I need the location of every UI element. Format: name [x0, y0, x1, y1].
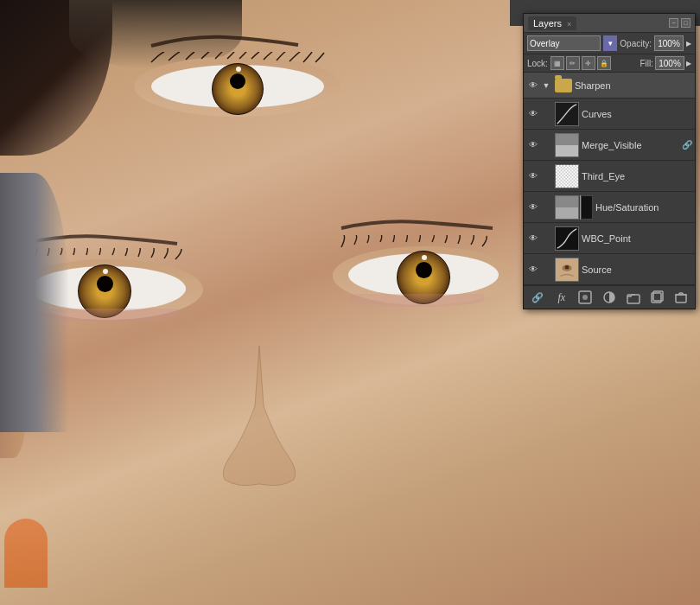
- lock-icons-group: ▦ ✏ ✛ 🔒: [550, 56, 611, 70]
- lock-transparent-button[interactable]: ▦: [550, 56, 564, 70]
- layer-source[interactable]: 👁 Source: [524, 254, 695, 285]
- panel-titlebar: Layers × − □: [524, 14, 695, 33]
- layers-panel: Layers × − □ Overlay ▼ Opacity: 100% ▶ L…: [523, 13, 696, 309]
- adjustment-button[interactable]: [601, 289, 618, 306]
- fill-section: Fill: 100% ▶: [640, 56, 691, 70]
- fill-input[interactable]: 100%: [655, 56, 684, 70]
- delete-layer-button[interactable]: [672, 289, 690, 306]
- fx-button[interactable]: fx: [553, 289, 570, 306]
- visibility-merge[interactable]: 👁: [526, 138, 540, 152]
- expand-curves[interactable]: [540, 108, 552, 120]
- layer-hue-saturation[interactable]: 👁 Hue/Saturation: [524, 192, 695, 223]
- svg-rect-7: [556, 165, 578, 188]
- visibility-wbc[interactable]: 👁: [526, 232, 540, 245]
- window-controls: − □: [669, 18, 690, 28]
- link-button[interactable]: 🔗: [529, 289, 546, 306]
- layer-merge-visible[interactable]: 👁 Merge_Visible 🔗: [524, 130, 695, 161]
- folder-icon-sharpen: [555, 79, 572, 92]
- layer-name-merge-visible: Merge_Visible: [582, 140, 680, 150]
- thumb-wbc-point: [555, 226, 579, 251]
- svg-rect-8: [556, 196, 578, 207]
- group-button[interactable]: [625, 289, 642, 306]
- svg-rect-21: [676, 295, 686, 302]
- tab-close-icon[interactable]: ×: [567, 20, 571, 29]
- layer-name-sharpen: Sharpen: [575, 80, 692, 91]
- lock-fill-toolbar: Lock: ▦ ✏ ✛ 🔒 Fill: 100% ▶: [524, 54, 695, 73]
- blend-mode-select[interactable]: Overlay: [527, 35, 601, 51]
- svg-point-14: [565, 264, 570, 269]
- thumb-merge-visible: [555, 133, 579, 157]
- layer-name-curves: Curves: [582, 109, 692, 119]
- svg-rect-2: [556, 134, 578, 145]
- layer-list: 👁 ▼ Sharpen 👁 Curves 👁: [524, 73, 695, 285]
- expand-source[interactable]: [540, 264, 552, 276]
- expand-sharpen[interactable]: ▼: [540, 80, 552, 92]
- thumb-hue-sat-left: [555, 195, 579, 220]
- lock-position-button[interactable]: ✛: [582, 56, 595, 70]
- layer-sharpen[interactable]: 👁 ▼ Sharpen: [524, 73, 695, 99]
- visibility-curves[interactable]: 👁: [526, 107, 540, 121]
- opacity-arrow[interactable]: ▶: [686, 40, 691, 48]
- visibility-source[interactable]: 👁: [526, 263, 540, 277]
- maximize-button[interactable]: □: [681, 18, 690, 28]
- svg-point-16: [582, 295, 588, 300]
- layer-name-source: Source: [582, 264, 692, 275]
- mask-button[interactable]: [576, 289, 594, 306]
- blend-mode-arrow[interactable]: ▼: [603, 35, 617, 51]
- opacity-label: Opacity:: [620, 39, 652, 48]
- lock-label: Lock:: [527, 59, 548, 68]
- layers-bottombar: 🔗 fx: [524, 285, 695, 309]
- svg-rect-3: [556, 145, 578, 156]
- lock-pixels-button[interactable]: ✏: [566, 56, 580, 70]
- new-layer-button[interactable]: [648, 289, 665, 306]
- panel-title-tabs: Layers ×: [528, 16, 576, 30]
- thumb-hue-sat-right: [581, 195, 593, 220]
- blend-opacity-toolbar: Overlay ▼ Opacity: 100% ▶: [524, 33, 695, 54]
- lock-all-button[interactable]: 🔒: [597, 56, 611, 70]
- layer-name-third-eye: Third_Eye: [582, 171, 692, 182]
- expand-merge[interactable]: [540, 139, 552, 151]
- thumb-source: [555, 258, 579, 282]
- layers-tab[interactable]: Layers ×: [528, 16, 576, 30]
- layer-name-wbc-point: WBC_Point: [582, 233, 692, 244]
- opacity-input[interactable]: 100%: [654, 35, 684, 51]
- layer-third-eye[interactable]: 👁 Third_Eye: [524, 161, 695, 192]
- svg-rect-9: [556, 207, 578, 219]
- visibility-third-eye[interactable]: 👁: [526, 169, 540, 183]
- thumb-curves: [555, 102, 579, 126]
- fill-arrow[interactable]: ▶: [686, 60, 691, 67]
- expand-wbc[interactable]: [540, 232, 552, 245]
- fill-label: Fill:: [640, 59, 653, 68]
- layer-wbc-point[interactable]: 👁 WBC_Point: [524, 223, 695, 254]
- expand-hue-sat[interactable]: [540, 201, 552, 213]
- expand-third-eye[interactable]: [540, 170, 552, 182]
- minimize-button[interactable]: −: [669, 18, 678, 28]
- visibility-sharpen[interactable]: 👁: [526, 79, 540, 92]
- layer-curves[interactable]: 👁 Curves: [524, 99, 695, 130]
- visibility-hue-sat[interactable]: 👁: [526, 201, 540, 214]
- layer-link-icon: 🔗: [682, 140, 692, 150]
- layer-name-hue-sat: Hue/Saturation: [595, 202, 692, 213]
- thumb-third-eye: [555, 164, 579, 188]
